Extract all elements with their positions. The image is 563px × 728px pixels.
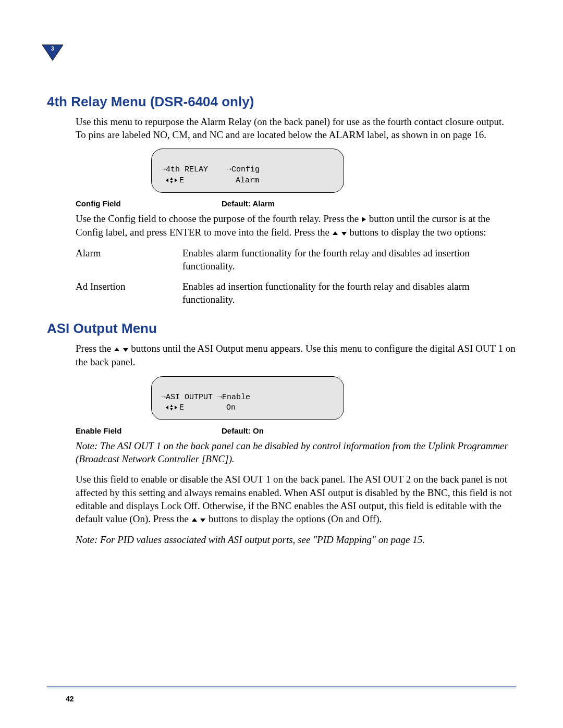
lcd-line2-right: On (226, 403, 236, 412)
svg-marker-11 (166, 405, 168, 410)
chapter-number: 3 (51, 46, 54, 52)
section-heading-4th-relay: 4th Relay Menu (DSR-6404 only) (47, 94, 516, 110)
option-def: Enables ad insertion functionality for t… (182, 280, 516, 306)
asi-body-text: Use this field to enable or disable the … (47, 473, 516, 525)
config-para-c: buttons to display the two options: (347, 227, 486, 238)
lcd-line2-e: E (179, 176, 184, 185)
section-heading-asi-output: ASI Output Menu (47, 320, 516, 337)
svg-marker-13 (170, 408, 173, 411)
lcd-line1-left: →4th RELAY (161, 165, 208, 174)
up-arrow-icon (191, 513, 198, 526)
lcd-panel: →4th RELAY →Config E Alarm (151, 149, 344, 193)
table-row: Ad Insertion Enables ad insertion functi… (76, 280, 516, 306)
svg-marker-7 (333, 231, 338, 235)
config-field-default: Default: Alarm (222, 199, 275, 208)
svg-marker-4 (170, 181, 173, 183)
down-arrow-icon (341, 226, 347, 239)
relay-intro-text: Use this menu to repurpose the Alarm Rel… (47, 115, 516, 141)
option-term: Ad Insertion (76, 280, 182, 306)
config-field-row: Config Field Default: Alarm (47, 199, 516, 208)
nav-arrows-icon (166, 177, 177, 187)
footer-rule (47, 686, 516, 688)
svg-marker-10 (123, 348, 128, 352)
enable-field-default: Default: On (222, 426, 264, 435)
up-arrow-icon (114, 342, 120, 355)
page: 3 4th Relay Menu (DSR-6404 only) Use thi… (0, 0, 563, 728)
down-arrow-icon (200, 513, 206, 526)
config-field-paragraph: Use the Config field to choose the purpo… (47, 212, 516, 239)
svg-marker-16 (200, 519, 205, 522)
option-term: Alarm (76, 246, 182, 273)
config-options-table: Alarm Enables alarm functionality for th… (47, 246, 516, 306)
right-arrow-icon (361, 213, 366, 226)
svg-marker-12 (170, 404, 173, 407)
page-number: 42 (66, 695, 74, 703)
lcd-line2-e: E (179, 403, 184, 412)
enable-field-label: Enable Field (76, 426, 222, 435)
asi-note-2: Note: For PID values associated with ASI… (47, 533, 516, 546)
enable-field-row: Enable Field Default: On (47, 426, 516, 435)
down-arrow-icon (123, 342, 129, 355)
asi-intro-a: Press the (76, 343, 114, 354)
up-arrow-icon (332, 226, 338, 239)
svg-marker-15 (192, 518, 197, 522)
svg-marker-5 (175, 178, 177, 182)
asi-intro-b: buttons until the ASI Output menu appear… (76, 343, 516, 367)
asi-body-b: buttons to display the options (On and O… (206, 513, 382, 524)
svg-marker-3 (170, 177, 173, 180)
svg-marker-8 (341, 232, 347, 236)
option-def: Enables alarm functionality for the four… (182, 246, 516, 273)
config-para-a: Use the Config field to choose the purpo… (76, 213, 361, 224)
svg-marker-2 (166, 178, 168, 182)
lcd-line2-right: Alarm (236, 176, 259, 185)
lcd-line1-left: →ASI OUTPUT (161, 393, 213, 402)
table-row: Alarm Enables alarm functionality for th… (76, 246, 516, 273)
svg-marker-14 (175, 405, 177, 410)
lcd-line1-right: →Config (227, 165, 260, 174)
asi-intro-text: Press the buttons until the ASI Output m… (47, 342, 516, 368)
svg-marker-6 (362, 217, 366, 222)
config-field-label: Config Field (76, 199, 222, 208)
asi-note-1: Note: The ASI OUT 1 on the back panel ca… (47, 439, 516, 465)
nav-arrows-icon (166, 404, 177, 414)
lcd-display-relay: →4th RELAY →Config E Alarm (47, 149, 516, 193)
lcd-line1-right: →Enable (217, 393, 250, 402)
svg-marker-9 (114, 348, 119, 351)
lcd-panel: →ASI OUTPUT →Enable E On (151, 376, 344, 421)
lcd-display-asi: →ASI OUTPUT →Enable E On (47, 376, 516, 421)
